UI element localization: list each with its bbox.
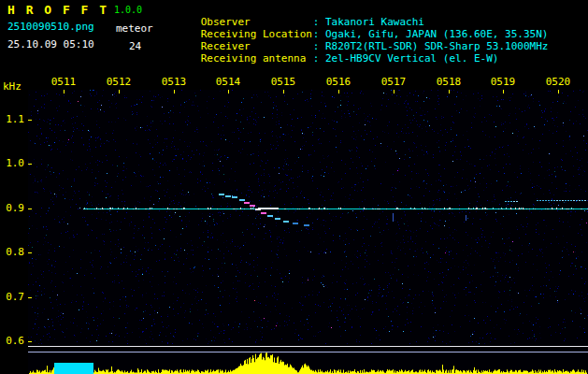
station-info: Observer: Takanori Kawachi Receiving Loc… [164, 4, 548, 52]
freq-tick-label: 0.6 [2, 335, 24, 347]
info-label: Receiver [201, 40, 313, 52]
info-value: : R820T2(RTL-SDR) SDR-Sharp 53.1000MHz [313, 40, 549, 52]
freq-tick-label: 0.8 [2, 246, 24, 258]
time-tick-label: 0516 [322, 76, 355, 88]
time-tick-label: 0515 [266, 76, 300, 88]
time-tick-label: 0517 [377, 76, 410, 88]
time-tick-label: 0512 [102, 76, 136, 88]
time-tick-label: 0514 [211, 76, 245, 88]
freq-tick-label: 1.1 [2, 113, 24, 125]
info-value: : Ogaki, Gifu, JAPAN (136.60E, 35.35N) [313, 28, 549, 40]
time-tick-label: 0511 [47, 76, 80, 88]
mode-label: meteor [116, 22, 153, 35]
time-tick-label: 0519 [486, 76, 520, 88]
datetime-label: 25.10.09 05:10 [7, 38, 94, 50]
info-value: : 2el-HB9CV Vertical (el. E-W) [313, 52, 499, 65]
time-tick-label: 0520 [541, 76, 575, 88]
info-row-observer: Observer: Takanori Kawachi [164, 4, 548, 16]
header-left: H R O F F T 1.0.0 2510090510.png meteor … [0, 0, 164, 56]
info-label: Receiving antenna [201, 52, 313, 65]
output-filename: 2510090510.png [7, 21, 94, 33]
time-tick-label: 0518 [432, 76, 466, 88]
meteor-count: 24 [129, 40, 141, 52]
info-value: : Takanori Kawachi [313, 16, 424, 28]
freq-tick-label: 0.9 [2, 202, 24, 214]
spectrogram-canvas [28, 90, 588, 374]
time-tick-label: 0513 [157, 76, 191, 88]
freq-tick-label: 0.7 [2, 291, 24, 303]
app-title: H R O F F T [7, 3, 108, 17]
y-axis-unit: kHz [3, 80, 22, 93]
freq-tick-label: 1.0 [2, 157, 24, 169]
hrofft-screen: H R O F F T 1.0.0 2510090510.png meteor … [0, 0, 588, 374]
info-label: Receiving Location [201, 28, 313, 40]
app-version: 1.0.0 [114, 5, 142, 15]
info-label: Observer [201, 16, 313, 28]
